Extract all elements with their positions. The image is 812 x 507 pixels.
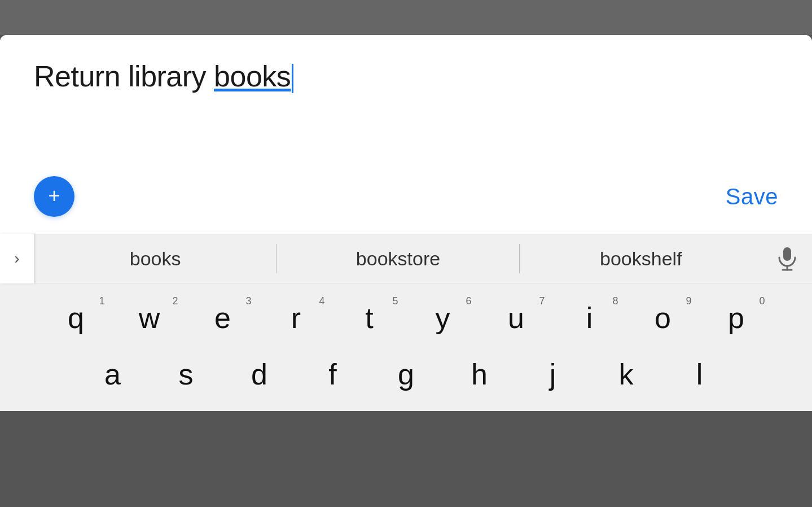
key-q[interactable]: 1 q	[39, 292, 113, 343]
text-area[interactable]: Return library books	[0, 35, 812, 171]
suggestion-item-bookshelf[interactable]: bookshelf	[520, 234, 762, 283]
text-cursor	[292, 64, 293, 93]
keyboard-row-2: a s d f g h j k l	[0, 349, 812, 400]
suggestions-bar: › books bookstore bookshelf	[0, 234, 812, 283]
svg-rect-0	[783, 247, 791, 261]
key-f[interactable]: f	[296, 349, 370, 400]
key-r[interactable]: 4 r	[260, 292, 333, 343]
task-text: Return library books	[34, 58, 778, 96]
keyboard-row-1: 1 q 2 w 3 e 4 r 5 t 6 y	[0, 292, 812, 343]
key-w[interactable]: 2 w	[113, 292, 186, 343]
top-bar	[0, 0, 812, 35]
key-e[interactable]: 3 e	[186, 292, 260, 343]
key-k[interactable]: k	[590, 349, 663, 400]
suggestion-item-bookstore[interactable]: bookstore	[276, 234, 519, 283]
chevron-right-icon: ›	[14, 250, 19, 268]
plus-icon: +	[48, 186, 60, 206]
key-a[interactable]: a	[76, 349, 150, 400]
expand-suggestions-button[interactable]: ›	[0, 234, 34, 283]
key-j[interactable]: j	[516, 349, 590, 400]
main-container: Return library books + Save › books book…	[0, 35, 812, 411]
key-d[interactable]: d	[223, 349, 296, 400]
add-button[interactable]: +	[34, 176, 74, 217]
key-t[interactable]: 5 t	[333, 292, 406, 343]
microphone-button[interactable]	[762, 234, 812, 283]
toolbar: + Save	[0, 171, 812, 234]
key-i[interactable]: 8 i	[553, 292, 626, 343]
task-text-highlight: books	[214, 60, 291, 93]
mic-icon	[777, 246, 797, 271]
suggestion-item-books[interactable]: books	[34, 234, 276, 283]
key-h[interactable]: h	[443, 349, 516, 400]
suggestions-list: books bookstore bookshelf	[34, 234, 762, 283]
key-l[interactable]: l	[663, 349, 736, 400]
save-button[interactable]: Save	[726, 184, 778, 209]
key-y[interactable]: 6 y	[406, 292, 480, 343]
key-o[interactable]: 9 o	[626, 292, 700, 343]
key-g[interactable]: g	[370, 349, 443, 400]
task-text-static: Return library	[34, 60, 214, 93]
key-s[interactable]: s	[150, 349, 223, 400]
key-p[interactable]: 0 p	[700, 292, 773, 343]
keyboard-area: 1 q 2 w 3 e 4 r 5 t 6 y	[0, 283, 812, 411]
key-u[interactable]: 7 u	[480, 292, 553, 343]
